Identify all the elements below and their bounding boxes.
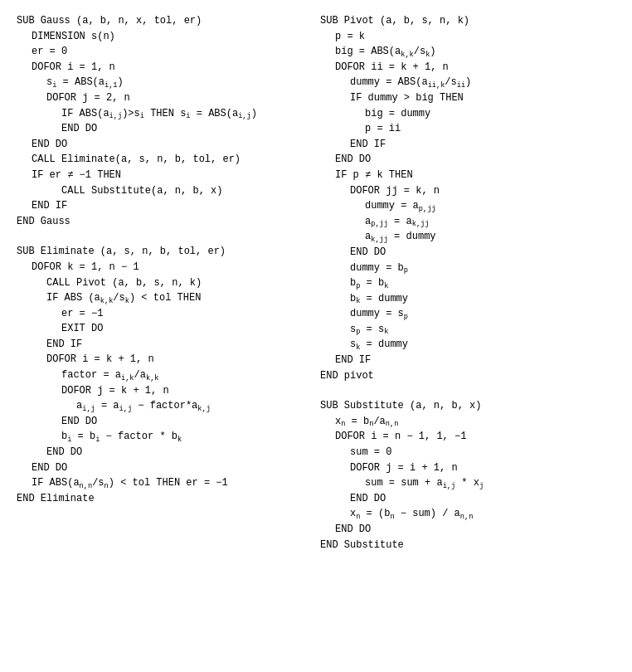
code-line: END DO xyxy=(46,445,312,460)
code-line: DOFOR ii = k + 1, n xyxy=(335,60,615,75)
code-line: si = ABS(ai,1) xyxy=(46,75,312,90)
code-line: IF p ≠ k THEN xyxy=(335,168,615,183)
code-line: sk = dummy xyxy=(350,337,615,353)
code-line: xn = bn/an,n xyxy=(335,414,615,430)
code-block-pivot: SUB Pivot (a, b, s, n, k)p = kbig = ABS(… xyxy=(320,13,615,383)
code-line: END IF xyxy=(46,337,312,353)
code-line: sp = sk xyxy=(350,322,615,338)
code-line: DOFOR k = 1, n − 1 xyxy=(32,260,312,275)
code-line: END pivot xyxy=(320,368,615,384)
code-line: ak,jj = dummy xyxy=(365,229,615,245)
code-line: IF ABS(an,n/sn) < tol THEN er = −1 xyxy=(32,475,312,491)
code-line: sum = 0 xyxy=(350,445,615,460)
code-line: p = ii xyxy=(365,121,615,137)
code-line: ai,j = ai,j − factor*ak,j xyxy=(76,398,312,414)
code-line: END DO xyxy=(32,137,312,153)
code-line: er = 0 xyxy=(32,44,312,60)
code-line: CALL Substitute(a, n, b, x) xyxy=(61,183,312,199)
right-column: SUB Pivot (a, b, s, n, k)p = kbig = ABS(… xyxy=(320,13,615,553)
code-line: END IF xyxy=(350,137,615,153)
code-line: END Substitute xyxy=(320,538,615,553)
code-line: SUB Gauss (a, b, n, x, tol, er) xyxy=(17,13,312,29)
code-line: CALL Eliminate(a, s, n, b, tol, er) xyxy=(32,152,312,168)
code-block-gauss: SUB Gauss (a, b, n, x, tol, er)DIMENSION… xyxy=(17,13,312,229)
code-line: END DO xyxy=(61,414,312,430)
code-line: IF er ≠ −1 THEN xyxy=(32,168,312,183)
code-line: END Gauss xyxy=(17,214,312,230)
code-line: ap,jj = ak,jj xyxy=(365,214,615,230)
code-line: bi = bi − factor * bk xyxy=(61,429,312,445)
code-line: er = −1 xyxy=(61,306,312,322)
code-line: END DO xyxy=(32,460,312,476)
code-line: END DO xyxy=(350,245,615,261)
code-line: END IF xyxy=(335,353,615,368)
code-line: big = ABS(ak,k/sk) xyxy=(335,44,615,60)
code-line: bk = dummy xyxy=(350,291,615,307)
code-line: DOFOR i = 1, n xyxy=(32,60,312,75)
code-line: END DO xyxy=(335,152,615,168)
code-line: DOFOR i = k + 1, n xyxy=(46,352,312,368)
code-line: xn = (bn − sum) / an,n xyxy=(350,506,615,522)
code-line: END Eliminate xyxy=(17,491,312,507)
code-line: SUB Pivot (a, b, s, n, k) xyxy=(320,13,615,29)
left-column: SUB Gauss (a, b, n, x, tol, er)DIMENSION… xyxy=(17,13,320,553)
code-line: DOFOR i = n − 1, 1, −1 xyxy=(335,429,615,445)
code-line: END DO xyxy=(350,491,615,507)
code-line: dummy = ap,jj xyxy=(365,198,615,214)
code-line: SUB Eliminate (a, s, n, b, tol, er) xyxy=(17,244,312,260)
code-line: DOFOR j = 2, n xyxy=(46,90,312,106)
code-line: SUB Substitute (a, n, b, x) xyxy=(320,398,615,414)
code-line: bp = bk xyxy=(350,275,615,291)
code-line: END DO xyxy=(335,522,615,538)
code-line: DIMENSION s(n) xyxy=(32,29,312,45)
code-line: factor = ai,k/ak,k xyxy=(61,368,312,383)
code-block-eliminate: SUB Eliminate (a, s, n, b, tol, er)DOFOR… xyxy=(17,244,312,506)
code-line: IF dummy > big THEN xyxy=(350,90,615,106)
code-line: DOFOR j = i + 1, n xyxy=(350,460,615,476)
code-line: CALL Pivot (a, b, s, n, k) xyxy=(46,275,312,291)
code-line: dummy = bp xyxy=(350,261,615,276)
code-line: DOFOR j = k + 1, n xyxy=(61,383,312,399)
code-line: big = dummy xyxy=(365,106,615,122)
code-line: END IF xyxy=(32,198,312,214)
code-block-substitute: SUB Substitute (a, n, b, x)xn = bn/an,nD… xyxy=(320,398,615,553)
code-line: dummy = sp xyxy=(350,306,615,322)
code-line: p = k xyxy=(335,29,615,45)
code-line: dummy = ABS(aii,k/sii) xyxy=(350,75,615,90)
code-line: EXIT DO xyxy=(61,321,312,337)
code-line: DOFOR jj = k, n xyxy=(350,183,615,199)
main-content: SUB Gauss (a, b, n, x, tol, er)DIMENSION… xyxy=(17,13,615,553)
code-line: IF ABS(ai,j)>si THEN si = ABS(ai,j) xyxy=(61,106,312,122)
code-line: END DO xyxy=(61,121,312,137)
code-line: IF ABS (ak,k/sk) < tol THEN xyxy=(46,290,312,306)
code-line: sum = sum + ai,j * xj xyxy=(365,475,615,491)
